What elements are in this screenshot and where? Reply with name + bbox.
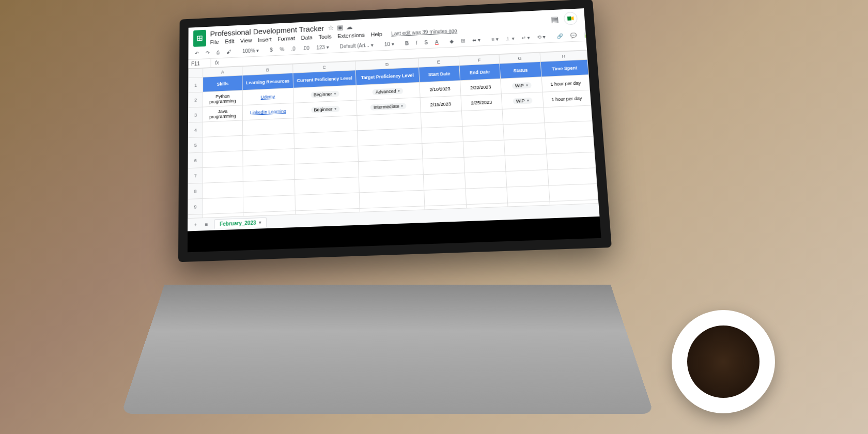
spreadsheet-grid[interactable]: A B C D E F G H 1 Skills Learning Resour… — [188, 50, 598, 218]
menu-extensions[interactable]: Extensions — [337, 32, 365, 39]
proficiency-dropdown[interactable]: Beginner — [311, 90, 339, 98]
header-end[interactable]: End Date — [459, 64, 501, 81]
proficiency-dropdown[interactable]: Advanced — [373, 88, 404, 95]
select-all-corner[interactable] — [189, 68, 203, 78]
cell[interactable] — [203, 166, 243, 183]
row-header[interactable]: 9 — [188, 198, 203, 214]
cell[interactable]: Python programming — [203, 90, 242, 107]
header-start[interactable]: Start Date — [419, 66, 460, 83]
row-header[interactable]: 2 — [189, 92, 203, 107]
cell[interactable] — [463, 140, 505, 157]
menu-data[interactable]: Data — [301, 35, 313, 41]
cell[interactable] — [243, 149, 295, 166]
cell[interactable] — [503, 123, 546, 140]
cell[interactable] — [358, 144, 423, 162]
cell[interactable] — [243, 195, 296, 213]
cell[interactable] — [505, 154, 548, 172]
cell[interactable] — [546, 136, 595, 154]
cell[interactable]: 2/15/2023 — [420, 96, 461, 113]
cell[interactable] — [502, 107, 545, 125]
row-header[interactable]: 1 — [189, 77, 203, 92]
cell[interactable] — [295, 162, 359, 180]
paint-format-icon[interactable]: 🖌 — [225, 48, 233, 56]
cell[interactable] — [545, 121, 593, 138]
comment-history-icon[interactable]: ▤ — [551, 14, 559, 24]
cell[interactable] — [243, 179, 295, 197]
more-formats-button[interactable]: 123 ▾ — [315, 43, 330, 52]
dec-decrease-button[interactable]: .0 — [290, 45, 297, 53]
cell[interactable]: 2/10/2023 — [420, 81, 461, 98]
cell[interactable]: 2/25/2023 — [460, 94, 502, 111]
cell[interactable] — [544, 105, 592, 123]
sheets-logo[interactable] — [193, 30, 206, 47]
dec-increase-button[interactable]: .00 — [301, 44, 311, 52]
row-header[interactable]: 3 — [188, 107, 203, 122]
redo-icon[interactable]: ↷ — [204, 49, 211, 57]
cell[interactable]: WIP — [501, 77, 542, 94]
cell[interactable]: WIP — [502, 92, 544, 109]
cell[interactable] — [295, 177, 360, 195]
proficiency-dropdown[interactable]: Beginner — [311, 105, 339, 113]
cell[interactable] — [421, 111, 462, 128]
resource-link[interactable]: Udemy — [261, 94, 275, 100]
font-select[interactable]: Default (Ari... ▾ — [338, 41, 375, 51]
cell[interactable]: 2/22/2023 — [460, 79, 502, 96]
cell[interactable] — [243, 118, 295, 136]
sheet-tab[interactable]: February_2023 — [214, 218, 267, 229]
print-icon[interactable]: ⎙ — [215, 49, 221, 56]
cell[interactable] — [423, 157, 464, 174]
cell[interactable] — [506, 169, 549, 187]
cell[interactable]: 1 hour per day — [542, 90, 591, 107]
all-sheets-icon[interactable]: ≡ — [203, 220, 210, 228]
cell[interactable] — [203, 120, 243, 137]
cell[interactable] — [461, 109, 503, 126]
header-time[interactable]: Time Spent — [540, 59, 588, 76]
zoom-select[interactable]: 100% ▾ — [241, 47, 260, 55]
rotate-icon[interactable]: ⟲ ▾ — [535, 33, 547, 41]
status-dropdown[interactable]: WIP — [512, 82, 531, 88]
percent-button[interactable]: % — [278, 45, 286, 53]
menu-file[interactable]: File — [210, 39, 219, 45]
move-icon[interactable]: ▣ — [337, 24, 343, 32]
cloud-icon[interactable]: ☁ — [346, 23, 353, 31]
cell[interactable] — [424, 189, 466, 206]
row-header[interactable]: 6 — [188, 152, 203, 168]
last-edit[interactable]: Last edit was 39 minutes ago — [391, 27, 457, 36]
row-header[interactable]: 4 — [188, 122, 203, 137]
wrap-icon[interactable]: ↵ ▾ — [520, 34, 532, 41]
header-status[interactable]: Status — [500, 61, 541, 79]
menu-help[interactable]: Help — [370, 31, 382, 37]
fontsize-select[interactable]: 10 ▾ — [383, 40, 396, 49]
proficiency-dropdown[interactable]: Intermediate — [370, 103, 407, 111]
cell[interactable] — [421, 126, 463, 143]
resource-link[interactable]: LinkedIn Learning — [250, 109, 286, 115]
menu-view[interactable]: View — [240, 37, 252, 43]
cell[interactable] — [462, 125, 504, 142]
cell[interactable]: 1 hour per day — [541, 75, 590, 92]
cell[interactable] — [243, 133, 295, 151]
menu-edit[interactable]: Edit — [225, 38, 234, 44]
chart-icon[interactable]: 📊 — [582, 31, 586, 39]
cell[interactable]: Java programming — [203, 105, 243, 122]
cell[interactable]: Udemy — [242, 88, 293, 105]
header-skills[interactable]: Skills — [203, 75, 242, 92]
add-sheet-button[interactable]: + — [192, 221, 199, 229]
currency-button[interactable]: $ — [269, 46, 274, 54]
comment-icon[interactable]: 💬 — [568, 32, 578, 39]
menu-tools[interactable]: Tools — [319, 34, 332, 40]
cell[interactable] — [422, 142, 464, 159]
menu-insert[interactable]: Insert — [258, 36, 272, 43]
cell[interactable] — [203, 151, 243, 168]
cell[interactable] — [359, 175, 424, 193]
meet-icon[interactable] — [563, 12, 578, 25]
row-header[interactable]: 8 — [188, 183, 203, 199]
cell[interactable] — [507, 185, 550, 203]
merge-icon[interactable]: ⬌ ▾ — [471, 36, 482, 44]
header-resources[interactable]: Learning Resources — [242, 73, 293, 90]
cell[interactable] — [465, 187, 507, 205]
cell[interactable] — [423, 173, 465, 190]
undo-icon[interactable]: ↶ — [193, 50, 200, 57]
row-header[interactable]: 10 — [188, 214, 203, 219]
valign-icon[interactable]: ⊥ ▾ — [504, 35, 517, 43]
italic-button[interactable]: I — [414, 39, 419, 47]
